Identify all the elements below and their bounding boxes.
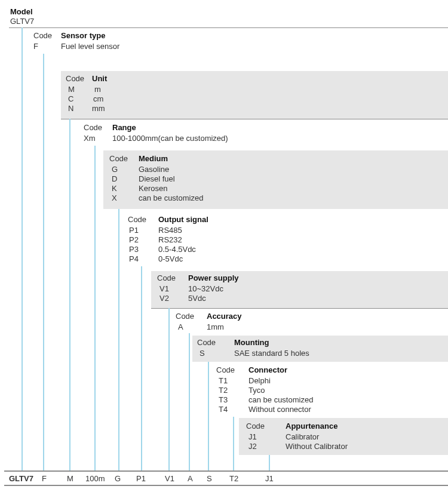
mounting-header: Mounting <box>234 338 269 347</box>
connector-r0c: T1 <box>219 376 228 386</box>
ordering-diagram: Model GLTV7 Code Sensor type F Fuel leve… <box>0 0 448 489</box>
vline-accuracy <box>189 333 190 470</box>
unit-r2c: N <box>68 104 73 113</box>
unit-r1c: C <box>68 94 73 104</box>
power-code-h: Code <box>157 273 176 283</box>
vline-medium <box>118 209 119 470</box>
connector-code-h: Code <box>216 365 235 375</box>
medium-r3c: X <box>112 193 117 203</box>
unit-r0v: m <box>94 85 101 94</box>
vline-mounting <box>208 362 209 470</box>
appurt-r1c: J2 <box>248 442 257 451</box>
accuracy-r0v: 1mm <box>207 322 224 332</box>
output-r3c: P4 <box>129 254 139 264</box>
ex-power: V1 <box>165 474 174 484</box>
medium-r1c: D <box>112 174 117 184</box>
sep <box>151 308 448 309</box>
output-code-h: Code <box>128 215 146 224</box>
unit-r0c: M <box>68 85 75 94</box>
band-unit <box>61 71 448 119</box>
medium-r1v: Diesel fuel <box>139 174 175 184</box>
power-header: Power supply <box>188 273 239 283</box>
medium-r0c: G <box>112 165 118 174</box>
connector-r3v: Without connector <box>248 405 311 414</box>
appurt-code-h: Code <box>246 422 265 431</box>
output-r1c: P2 <box>129 235 139 245</box>
connector-r2c: T3 <box>219 395 228 405</box>
vline-model <box>22 27 23 470</box>
ex-appurt: J1 <box>265 474 274 484</box>
medium-r0v: Gasoline <box>139 165 169 174</box>
range-r0v: 100-1000mm(can be customized) <box>112 134 228 143</box>
vline-range <box>94 146 96 470</box>
output-r0v: RS485 <box>158 226 182 235</box>
range-code-h: Code <box>84 123 102 133</box>
ex-range: 100m <box>85 474 105 484</box>
connector-r0v: Delphi <box>248 376 271 386</box>
unit-r1v: cm <box>93 94 103 104</box>
accuracy-header: Accuracy <box>207 312 242 321</box>
output-r2v: 0.5-4.5Vdc <box>158 245 196 254</box>
medium-r2c: K <box>112 184 117 193</box>
model-header: Model <box>10 7 33 17</box>
vline-connector <box>233 417 234 470</box>
sep <box>61 119 448 119</box>
connector-r1v: Tyco <box>248 386 265 395</box>
appurt-r0c: J1 <box>248 432 257 442</box>
band-mounting <box>192 336 448 362</box>
output-r1v: RS232 <box>158 235 182 245</box>
sensor-row0-c: F <box>33 42 38 51</box>
medium-r3v: can be customized <box>139 193 203 203</box>
unit-r2v: mm <box>92 104 105 113</box>
appurt-header: Appurtenance <box>286 422 337 431</box>
connector-r1c: T2 <box>219 386 228 395</box>
medium-header: Medium <box>139 154 168 164</box>
accuracy-r0c: A <box>178 322 183 332</box>
appurt-r1v: Without Calibrator <box>286 442 348 451</box>
sensor-header: Sensor type <box>61 31 105 41</box>
ex-mounting: S <box>207 474 212 484</box>
accuracy-code-h: Code <box>176 312 194 321</box>
output-r0c: P1 <box>129 226 139 235</box>
range-r0c: Xm <box>84 134 96 143</box>
unit-code-h: Code <box>66 74 84 84</box>
output-header: Output signal <box>158 215 208 224</box>
sensor-row0-v: Fuel level sensor <box>61 42 119 51</box>
power-r1c: V2 <box>159 294 169 303</box>
ex-accuracy: A <box>188 474 193 484</box>
output-r3v: 0-5Vdc <box>158 254 183 264</box>
mounting-r0c: S <box>200 349 205 358</box>
example-bar-bot <box>4 485 448 486</box>
vline-output <box>141 266 142 470</box>
appurt-r0v: Calibrator <box>286 432 319 442</box>
connector-r2v: can be customized <box>248 395 313 405</box>
power-r1v: 5Vdc <box>188 294 206 303</box>
output-r2c: P3 <box>129 245 139 254</box>
model-value: GLTV7 <box>10 17 34 26</box>
connector-header: Connector <box>248 365 287 375</box>
ex-model: GLTV7 <box>9 474 33 484</box>
ex-connector: T2 <box>229 474 238 484</box>
medium-r2v: Kerosen <box>139 184 167 193</box>
medium-code-h: Code <box>109 154 128 164</box>
ex-sensor: F <box>42 474 47 484</box>
unit-header: Unit <box>92 74 107 84</box>
vline-unit <box>69 119 70 470</box>
vline-power <box>168 308 170 470</box>
ex-medium: G <box>115 474 121 484</box>
vline-sensor <box>43 54 44 470</box>
ex-unit: M <box>67 474 73 484</box>
sensor-code-h: Code <box>33 31 52 41</box>
connector-r3c: T4 <box>219 405 228 414</box>
sep <box>9 27 448 28</box>
power-r0c: V1 <box>159 284 169 294</box>
mounting-r0v: SAE standard 5 holes <box>234 349 309 358</box>
example-bar-top <box>4 470 448 472</box>
range-header: Range <box>112 123 136 133</box>
vline-appurt <box>269 455 270 470</box>
ex-output: P1 <box>136 474 146 484</box>
mounting-code-h: Code <box>197 338 216 347</box>
power-r0v: 10~32Vdc <box>188 284 223 294</box>
